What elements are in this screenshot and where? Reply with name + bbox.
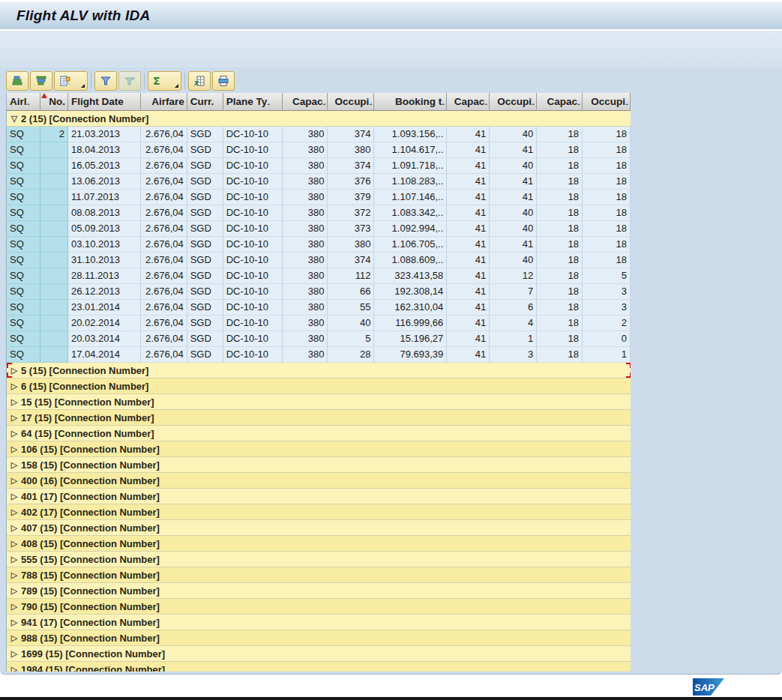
cell-occupi[interactable]: 2 (583, 316, 631, 331)
cell-booking-t[interactable]: 1.106.705,.. (374, 237, 447, 253)
export-spreadsheet-button[interactable]: x (188, 71, 211, 91)
cell-occupi[interactable]: 18 (583, 237, 631, 253)
cell-capac[interactable]: 380 (283, 284, 328, 300)
cell-no[interactable] (40, 158, 68, 174)
column-header-airfare[interactable]: Airfare (141, 93, 187, 111)
cell-no[interactable] (40, 190, 68, 205)
cell-curr[interactable]: SGD (187, 300, 223, 316)
cell-curr[interactable]: SGD (187, 142, 223, 158)
column-header-curr[interactable]: Curr. (187, 93, 223, 111)
cell-curr[interactable]: SGD (187, 253, 223, 268)
expand-group-icon[interactable]: ▷ (10, 444, 19, 454)
cell-capac[interactable]: 18 (537, 268, 583, 284)
cell-airl[interactable]: SQ (7, 205, 40, 221)
cell-capac[interactable]: 380 (283, 331, 328, 347)
cell-capac[interactable]: 41 (447, 316, 490, 331)
cell-booking-t[interactable]: 15.196,27 (374, 331, 447, 347)
cell-plane-ty[interactable]: DC-10-10 (223, 331, 283, 347)
sum-button[interactable]: Σ (148, 71, 181, 91)
cell-flight-date[interactable]: 20.03.2014 (68, 331, 141, 347)
cell-occupi[interactable]: 374 (328, 158, 374, 174)
cell-capac[interactable]: 41 (447, 205, 490, 221)
cell-airl[interactable]: SQ (7, 190, 40, 205)
column-header-plane-ty[interactable]: Plane Ty.. (223, 93, 283, 111)
cell-airl[interactable]: SQ (7, 253, 40, 268)
cell-plane-ty[interactable]: DC-10-10 (223, 237, 283, 253)
cell-capac[interactable]: 41 (447, 300, 490, 316)
cell-plane-ty[interactable]: DC-10-10 (223, 174, 283, 190)
cell-occupi[interactable]: 18 (583, 190, 631, 205)
cell-capac[interactable]: 18 (537, 253, 583, 268)
group-row-789[interactable]: ▷789 (15) [Connection Number] (7, 583, 631, 599)
cell-occupi[interactable]: 3 (583, 284, 631, 300)
cell-occupi[interactable]: 7 (490, 284, 537, 300)
expand-group-icon[interactable]: ▷ (10, 665, 19, 672)
cell-capac[interactable]: 380 (283, 221, 328, 237)
cell-occupi[interactable]: 5 (583, 268, 631, 284)
expand-group-icon[interactable]: ▷ (10, 429, 19, 438)
cell-airl[interactable]: SQ (7, 284, 40, 300)
cell-capac[interactable]: 380 (283, 205, 328, 221)
group-row-988[interactable]: ▷988 (15) [Connection Number] (7, 630, 631, 646)
layout-details-button[interactable] (54, 71, 88, 91)
cell-occupi[interactable]: 41 (490, 142, 537, 158)
cell-capac[interactable]: 41 (447, 190, 490, 205)
cell-capac[interactable]: 380 (283, 190, 328, 205)
cell-plane-ty[interactable]: DC-10-10 (223, 300, 283, 316)
cell-airl[interactable]: SQ (7, 158, 40, 174)
expand-group-icon[interactable]: ▷ (10, 618, 19, 627)
cell-occupi[interactable]: 12 (490, 268, 537, 284)
cell-booking-t[interactable]: 162.310,04 (374, 300, 447, 316)
cell-occupi[interactable]: 112 (328, 268, 374, 284)
cell-plane-ty[interactable]: DC-10-10 (223, 268, 283, 284)
cell-curr[interactable]: SGD (187, 174, 223, 190)
cell-plane-ty[interactable]: DC-10-10 (223, 158, 283, 174)
cell-flight-date[interactable]: 05.09.2013 (68, 221, 141, 237)
cell-flight-date[interactable]: 26.12.2013 (68, 284, 141, 300)
cell-plane-ty[interactable]: DC-10-10 (223, 190, 283, 205)
group-row-64[interactable]: ▷64 (15) [Connection Number] (7, 426, 631, 441)
cell-capac[interactable]: 380 (283, 174, 328, 190)
cell-occupi[interactable]: 376 (328, 174, 374, 190)
cell-plane-ty[interactable]: DC-10-10 (223, 127, 283, 142)
cell-curr[interactable]: SGD (187, 284, 223, 300)
cell-plane-ty[interactable]: DC-10-10 (223, 142, 283, 158)
group-row-2[interactable]: ▽2 (15) [Connection Number] (7, 111, 631, 127)
cell-capac[interactable]: 380 (283, 127, 328, 142)
cell-occupi[interactable]: 5 (328, 331, 374, 347)
cell-airl[interactable]: SQ (7, 316, 40, 331)
cell-booking-t[interactable]: 1.093.156,.. (374, 127, 447, 142)
cell-occupi[interactable]: 374 (328, 253, 374, 268)
cell-flight-date[interactable]: 31.10.2013 (68, 253, 141, 268)
cell-occupi[interactable]: 18 (583, 158, 631, 174)
cell-capac[interactable]: 41 (447, 221, 490, 237)
cell-curr[interactable]: SGD (187, 347, 223, 363)
expand-group-icon[interactable]: ▷ (10, 460, 19, 470)
cell-capac[interactable]: 380 (283, 316, 328, 331)
cell-capac[interactable]: 380 (283, 142, 328, 158)
cell-flight-date[interactable]: 08.08.2013 (68, 205, 141, 221)
cell-airfare[interactable]: 2.676,04 (141, 300, 187, 316)
cell-airl[interactable]: SQ (7, 221, 40, 237)
cell-capac[interactable]: 41 (447, 347, 490, 363)
filter-button[interactable] (94, 71, 117, 91)
cell-curr[interactable]: SGD (187, 316, 223, 331)
cell-airfare[interactable]: 2.676,04 (141, 158, 187, 174)
cell-plane-ty[interactable]: DC-10-10 (223, 347, 283, 363)
expand-group-icon[interactable]: ▷ (10, 397, 19, 407)
cell-airfare[interactable]: 2.676,04 (141, 237, 187, 253)
cell-occupi[interactable]: 18 (583, 205, 631, 221)
cell-booking-t[interactable]: 1.088.609,.. (374, 253, 447, 268)
cell-capac[interactable]: 18 (537, 284, 583, 300)
cell-airfare[interactable]: 2.676,04 (141, 205, 187, 221)
collapse-group-icon[interactable]: ▽ (10, 114, 19, 124)
cell-occupi[interactable]: 41 (490, 174, 537, 190)
cell-no[interactable] (40, 253, 68, 268)
cell-no[interactable] (40, 284, 68, 300)
cell-capac[interactable]: 380 (283, 237, 328, 253)
cell-capac[interactable]: 380 (283, 253, 328, 268)
cell-capac[interactable]: 41 (447, 237, 490, 253)
cell-capac[interactable]: 18 (537, 127, 583, 142)
cell-booking-t[interactable]: 1.083.342,.. (374, 205, 447, 221)
cell-capac[interactable]: 18 (537, 221, 583, 237)
